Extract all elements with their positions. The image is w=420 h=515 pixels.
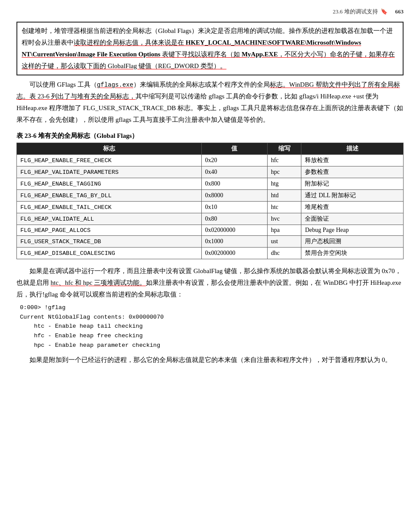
table-cell-5-1: 0x80	[201, 213, 267, 225]
table-cell-0-3: 释放检查	[301, 155, 404, 166]
registry-path: HKEY_LOCAL_MACHINE\SOFTWARE\Microsoft\Wi…	[22, 39, 361, 58]
table-row: FLG_HEAP_VALIDATE_ALL0x80hvc全面验证	[17, 213, 404, 225]
table-cell-8-1: 0x00200000	[201, 248, 267, 259]
para-debugger: 如果是在调试器中运行一个程序，而且注册表中没有设置 GlobalFlag 键值，…	[16, 265, 404, 300]
table-header-flag: 标志	[17, 143, 202, 155]
table-cell-2-2: htg	[267, 178, 301, 190]
table-row: FLG_HEAP_ENABLE_FREE_CHECK0x20hfc释放检查	[17, 155, 404, 166]
table-row: FLG_HEAP_DISABLE_COALESCING0x00200000dhc…	[17, 248, 404, 259]
table-row: FLG_HEAP_VALIDATE_PARAMETERS0x40hpc参数检查	[17, 166, 404, 178]
para-gflags-text: 可以使用 GFlags 工具（gflags.exe）来编辑系统的全局标志或某个程…	[16, 79, 404, 126]
table-cell-6-3: Debug Page Heap	[301, 225, 404, 236]
chapter-title: 23.6 堆的调试支持	[16, 8, 378, 16]
bookmark-icon: 🔖	[381, 8, 388, 15]
table-cell-7-1: 0x1000	[201, 236, 267, 248]
highlight-text: 创建堆时，堆管理器根据当前进程的全局标志（Global Flags）来决定是否启…	[22, 27, 395, 69]
table-cell-0-2: hfc	[267, 155, 301, 166]
table-row: FLG_HEAP_ENABLE_TAGGING0x800htg附加标记	[17, 178, 404, 190]
table-cell-4-1: 0x10	[201, 202, 267, 213]
code-line-5: hpc - Enable heap parameter checking	[20, 342, 160, 349]
table-cell-4-0: FLG_HEAP_ENABLE_TAIL_CHECK	[17, 202, 202, 213]
underline-text-1: 读取进程的全局标志值，具体来说是在 HKEY_LOCAL_MACHINE\SOF…	[22, 39, 395, 69]
table-cell-0-1: 0x20	[201, 155, 267, 166]
table-header-value: 值	[201, 143, 267, 155]
page-number: 663	[395, 8, 404, 15]
table-cell-2-1: 0x800	[201, 178, 267, 190]
example-app: MyApp.EXE	[242, 51, 278, 58]
table-cell-8-2: dhc	[267, 248, 301, 259]
table-cell-6-2: hpa	[267, 225, 301, 236]
table-cell-7-2: ust	[267, 236, 301, 248]
table-header-abbr: 缩写	[267, 143, 301, 155]
page: 23.6 堆的调试支持 🔖 663 创建堆时，堆管理器根据当前进程的全局标志（G…	[0, 0, 420, 515]
table-cell-1-0: FLG_HEAP_VALIDATE_PARAMETERS	[17, 166, 202, 178]
table-cell-1-1: 0x40	[201, 166, 267, 178]
global-flags-table: 标志 值 缩写 描述 FLG_HEAP_ENABLE_FREE_CHECK0x2…	[16, 143, 404, 259]
para-attach: 如果是附加到一个已经运行的进程，那么它的全局标志值就是它的本来值（来自注册表和程…	[16, 354, 404, 366]
table-cell-8-3: 禁用合并空闲块	[301, 248, 404, 259]
table-cell-7-3: 用户态栈回溯	[301, 236, 404, 248]
para-gflags: 可以使用 GFlags 工具（gflags.exe）来编辑系统的全局标志或某个程…	[16, 79, 404, 126]
table-cell-5-2: hvc	[267, 213, 301, 225]
table-cell-7-0: FLG_USER_STACK_TRACE_DB	[17, 236, 202, 248]
code-line-2: Current NtGlobalFlag contents: 0x0000007…	[20, 314, 164, 320]
table-header-desc: 描述	[301, 143, 404, 155]
table-cell-0-0: FLG_HEAP_ENABLE_FREE_CHECK	[17, 155, 202, 166]
table-title: 表 23-6 堆有关的全局标志（Global Flags）	[16, 132, 404, 140]
code-line-4: hfc - Enable heap free checking	[20, 332, 143, 339]
table-cell-1-3: 参数检查	[301, 166, 404, 178]
para-attach-text: 如果是附加到一个已经运行的进程，那么它的全局标志值就是它的本来值（来自注册表和程…	[16, 354, 404, 366]
table-cell-4-2: htc	[267, 202, 301, 213]
page-header: 23.6 堆的调试支持 🔖 663	[16, 8, 404, 17]
table-cell-1-2: hpc	[267, 166, 301, 178]
table-cell-3-0: FLG_HEAP_ENABLE_TAG_BY_DLL	[17, 190, 202, 202]
table-cell-2-0: FLG_HEAP_ENABLE_TAGGING	[17, 178, 202, 190]
table-cell-3-2: htd	[267, 190, 301, 202]
underline-htc-hfc-hpc: htc、hfc 和 hpc 三项堆调试功能。	[51, 279, 146, 286]
gflags-link: gflags.exe	[97, 81, 133, 88]
highlight-block: 创建堆时，堆管理器根据当前进程的全局标志（Global Flags）来决定是否启…	[16, 22, 404, 75]
table-cell-2-3: 附加标记	[301, 178, 404, 190]
table-cell-3-1: 0x8000	[201, 190, 267, 202]
para-debugger-text: 如果是在调试器中运行一个程序，而且注册表中没有设置 GlobalFlag 键值，…	[16, 265, 404, 300]
table-cell-5-3: 全面验证	[301, 213, 404, 225]
code-line-3: htc - Enable heap tail checking	[20, 323, 143, 329]
table-cell-3-3: 通过 DLL 附加标记	[301, 190, 404, 202]
table-cell-8-0: FLG_HEAP_DISABLE_COALESCING	[17, 248, 202, 259]
code-line-1: 0:000> !gflag	[20, 304, 65, 311]
table-cell-6-0: FLG_HEAP_PAGE_ALLOCS	[17, 225, 202, 236]
code-block: 0:000> !gflag Current NtGlobalFlag conte…	[16, 303, 404, 350]
table-cell-6-1: 0x02000000	[201, 225, 267, 236]
underline-text-2: 标志。WinDBG 帮助文件中列出了所有全局标志。表 23-6 列出了与堆有关的…	[16, 81, 400, 100]
table-cell-5-0: FLG_HEAP_VALIDATE_ALL	[17, 213, 202, 225]
table-row: FLG_USER_STACK_TRACE_DB0x1000ust用户态栈回溯	[17, 236, 404, 248]
table-row: FLG_HEAP_ENABLE_TAIL_CHECK0x10htc堆尾检查	[17, 202, 404, 213]
table-row: FLG_HEAP_ENABLE_TAG_BY_DLL0x8000htd通过 DL…	[17, 190, 404, 202]
table-cell-4-3: 堆尾检查	[301, 202, 404, 213]
table-row: FLG_HEAP_PAGE_ALLOCS0x02000000hpaDebug P…	[17, 225, 404, 236]
